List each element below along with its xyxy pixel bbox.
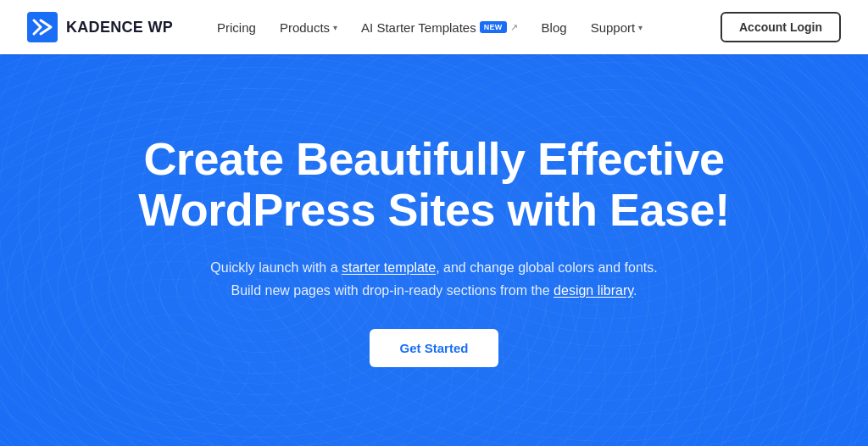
nav-link-support[interactable]: Support ▾ <box>581 14 654 42</box>
svg-rect-0 <box>27 12 58 42</box>
support-chevron-icon: ▾ <box>638 23 643 32</box>
logo-text: KADENCE WP <box>66 19 173 36</box>
logo-icon <box>27 12 58 42</box>
navbar: KADENCE WP Pricing Products ▾ AI Starter… <box>0 0 868 54</box>
nav-link-blog[interactable]: Blog <box>531 14 577 42</box>
nav-link-pricing[interactable]: Pricing <box>207 14 266 42</box>
hero-content: Create Beautifully Effective WordPress S… <box>138 133 729 367</box>
account-login-button[interactable]: Account Login <box>721 12 841 42</box>
starter-template-link[interactable]: starter template <box>342 260 436 275</box>
hero-section: Create Beautifully Effective WordPress S… <box>0 54 868 446</box>
get-started-button[interactable]: Get Started <box>370 329 499 367</box>
products-chevron-icon: ▾ <box>333 23 337 32</box>
nav-link-ai-starter-templates[interactable]: AI Starter Templates New ↗ <box>351 14 528 42</box>
logo-link[interactable]: KADENCE WP <box>27 12 173 42</box>
external-link-icon: ↗ <box>510 22 518 33</box>
nav-link-products[interactable]: Products ▾ <box>270 14 348 42</box>
new-badge: New <box>480 21 507 33</box>
design-library-link[interactable]: design library <box>554 283 633 298</box>
hero-subtitle: Quickly launch with a starter template, … <box>138 256 729 302</box>
hero-title: Create Beautifully Effective WordPress S… <box>138 133 729 236</box>
nav-links: Pricing Products ▾ AI Starter Templates … <box>207 14 721 42</box>
